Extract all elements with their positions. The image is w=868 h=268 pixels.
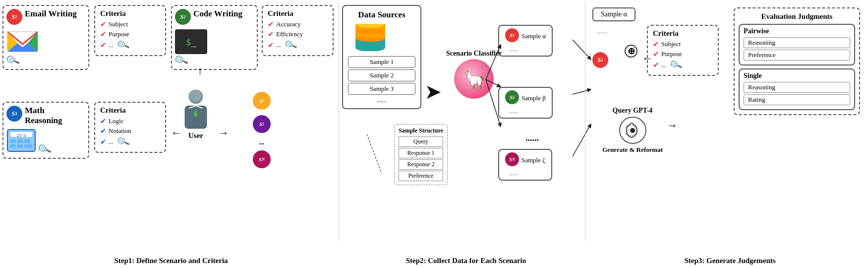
criteria-step3-box: Criteria ✔Subject ✔Purpose ✔... 🔍 bbox=[647, 25, 719, 76]
gpt-section: Query GPT-4 Generate & Reformat bbox=[602, 107, 663, 154]
sample-structure-box: Sample Structure Query Response 1 Respon… bbox=[394, 124, 448, 185]
step3-footer: Step3: Generate Judgements bbox=[592, 257, 868, 265]
svg-rect-9 bbox=[24, 144, 32, 148]
magnify-icon-code: 🔍 bbox=[174, 52, 189, 67]
svg-line-32 bbox=[573, 124, 591, 156]
svg-text:25÷3: 25÷3 bbox=[17, 133, 26, 138]
user-label: User bbox=[188, 132, 203, 140]
plus-circle: ⊕ bbox=[625, 45, 637, 58]
criteria-s3-title: Criteria bbox=[653, 29, 713, 38]
s1-badge: S1 bbox=[6, 9, 22, 25]
s4-badge: S4 bbox=[253, 92, 271, 110]
classified-s2-dots: ...... bbox=[505, 108, 546, 115]
single-title: Single bbox=[744, 72, 850, 80]
calculator-icon: 25÷3 bbox=[6, 129, 36, 152]
s5-badge: S5 bbox=[253, 115, 271, 133]
pairwise-preference: Preference bbox=[744, 50, 850, 61]
svg-rect-6 bbox=[24, 139, 30, 143]
criteria-email-3: ... bbox=[109, 41, 114, 49]
s3-badge: S3 bbox=[6, 106, 22, 122]
svg-point-11 bbox=[190, 90, 201, 101]
criteria-code-1: Accuracy bbox=[276, 20, 301, 28]
data-sources-title: Data Sources bbox=[348, 10, 415, 20]
svg-line-25 bbox=[367, 134, 382, 174]
left-arrow-s3: ← bbox=[642, 52, 653, 65]
magnify-icon-math: 🔍 bbox=[37, 141, 53, 156]
svg-rect-7 bbox=[10, 144, 16, 148]
classifier-section: Scenario Classifier 🦙 bbox=[446, 50, 502, 99]
user-figure bbox=[178, 87, 213, 132]
classified-sn-label: Sample ζ bbox=[521, 156, 545, 164]
classified-s1-box: S1 Sample α ...... bbox=[498, 25, 553, 57]
svg-point-29 bbox=[630, 128, 635, 133]
ss-response1: Response 1 bbox=[399, 148, 443, 158]
pairwise-reasoning: Reasoning bbox=[744, 37, 850, 48]
step2-footer: Step2: Collect Data for Each Scenario bbox=[342, 257, 590, 265]
ss-response2: Response 2 bbox=[399, 159, 443, 170]
svg-line-30 bbox=[573, 40, 591, 60]
classified-s1-dots: ...... bbox=[505, 46, 546, 53]
database-icon bbox=[348, 24, 393, 51]
sample-alpha-label: Sample α bbox=[601, 10, 627, 18]
criteria-code-title: Criteria bbox=[268, 9, 328, 18]
eval-judgments-box: Evaluation Judgments Pairwise Reasoning … bbox=[734, 7, 860, 115]
svg-rect-4 bbox=[10, 139, 16, 143]
classified-s1-label: Sample α bbox=[521, 32, 546, 40]
criteria-email-title: Criteria bbox=[100, 9, 160, 18]
classified-s2-badge: S2 bbox=[505, 90, 519, 104]
criteria-email-1: Subject bbox=[109, 20, 128, 28]
s1-step3-badge: S1 bbox=[592, 52, 608, 69]
email-title: Email Writing bbox=[25, 9, 77, 19]
math-reasoning-box: S3 MathReasoning 25÷3 🔍 bbox=[2, 102, 89, 159]
ss-query: Query bbox=[399, 136, 443, 147]
llama-icon: 🦙 bbox=[454, 59, 494, 99]
sample-structure-title: Sample Structure bbox=[399, 127, 443, 134]
code-terminal-icon: $_ bbox=[175, 29, 207, 54]
math-title: MathReasoning bbox=[25, 106, 62, 126]
openai-logo bbox=[623, 121, 642, 140]
query-gpt-label: Query GPT-4 bbox=[613, 107, 653, 115]
magnify-icon-email: 🔍 bbox=[5, 52, 21, 67]
gmail-icon bbox=[6, 29, 39, 54]
sample-row-1: Sample 1 bbox=[348, 56, 415, 68]
big-arrow: ➤ bbox=[425, 82, 440, 103]
connector-svg bbox=[367, 134, 397, 174]
criteria-code-box: Criteria ✔Accuracy ✔Efficiency ✔... 🔍 bbox=[262, 5, 334, 56]
criteria-code-2: Efficiency bbox=[276, 30, 303, 38]
s2-badge: S2 bbox=[175, 9, 191, 25]
arrow-right-user: → bbox=[218, 127, 229, 139]
pairwise-title: Pairwise bbox=[744, 27, 850, 35]
criteria-email-2: Purpose bbox=[109, 30, 129, 38]
eval-title: Evaluation Judgments bbox=[739, 12, 855, 21]
sample-alpha-top: Sample α bbox=[592, 7, 636, 21]
single-box: Single Reasoning Rating bbox=[739, 68, 855, 110]
svg-rect-5 bbox=[17, 139, 23, 143]
classified-sn-badge: SN bbox=[505, 152, 519, 166]
criteria-code-3: ... bbox=[276, 41, 281, 49]
criteria-math-box: Criteria ✔Logic ✔Notation ✔... 🔍 bbox=[94, 102, 166, 153]
sample-row-3: Sample 3 bbox=[348, 83, 415, 95]
classified-s2-box: S2 Sample β ...... bbox=[498, 87, 553, 119]
sample-dots: ...... bbox=[348, 96, 415, 104]
mid-dots: ...... bbox=[525, 133, 539, 143]
user-section: User bbox=[178, 87, 213, 140]
criteria-s3-2: Purpose bbox=[661, 50, 682, 58]
pairwise-box: Pairwise Reasoning Preference bbox=[739, 24, 855, 66]
classified-s2-label: Sample β bbox=[521, 94, 546, 102]
email-writing-box: S1 Email Writing 🔍 bbox=[2, 5, 89, 70]
s-cluster-dots: ... bbox=[253, 138, 271, 146]
single-rating: Rating bbox=[744, 94, 850, 105]
step1-footer: Step1: Define Scenario and Criteria bbox=[2, 257, 340, 265]
data-sources-box: Data Sources Sample 1 Sample 2 Sample 3 … bbox=[342, 5, 421, 109]
divider-1 bbox=[339, 2, 339, 241]
gen-reformat-label: Generate & Reformat bbox=[602, 146, 663, 154]
step2-to-step3-arrows bbox=[570, 15, 595, 213]
criteria-math-1: Logic bbox=[109, 117, 123, 125]
magnify-icon-criteria-code: 🔍 bbox=[284, 38, 297, 52]
arrow-gpt-eval: → bbox=[667, 119, 678, 132]
magnify-icon-criteria-math: 🔍 bbox=[116, 135, 130, 149]
page: S1 Email Writing 🔍 Criteria ✔Subject ✔Pu… bbox=[0, 0, 868, 268]
arrow-left: ← bbox=[171, 127, 182, 139]
criteria-email-box: Criteria ✔Subject ✔Purpose ✔... 🔍 bbox=[94, 5, 166, 56]
code-writing-box: S2 Code Writing $_ 🔍 bbox=[171, 5, 258, 70]
